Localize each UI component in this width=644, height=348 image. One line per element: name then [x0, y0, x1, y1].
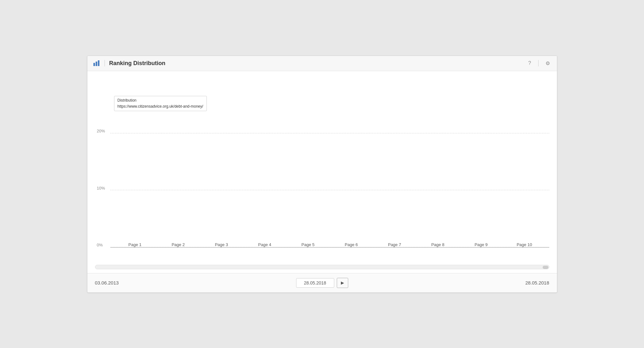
ranking-distribution-widget: Ranking Distribution ? ⚙ Distribution ht…: [87, 56, 557, 293]
chart-inner: 20%10%0%Page 1Page 2Page 3Page 4Page 5Pa…: [110, 76, 549, 248]
y-axis-label: 0%: [97, 243, 103, 247]
header-divider-2: [538, 60, 539, 66]
y-axis-label: 10%: [97, 185, 105, 190]
widget-header: Ranking Distribution ? ⚙: [87, 56, 557, 71]
x-axis-label: Page 2: [172, 242, 185, 247]
bar-chart-icon: [93, 60, 100, 67]
x-axis-label: Page 5: [302, 242, 315, 247]
x-axis-label: Page 10: [517, 242, 532, 247]
x-axis-label: Page 3: [215, 242, 228, 247]
start-date: 03.06.2013: [95, 280, 119, 285]
grid-line: 0%: [110, 247, 549, 247]
bar-group: Page 1: [113, 240, 157, 247]
bar-group: Page 2: [157, 240, 200, 247]
chart-area: Distribution https://www.citizensadvice.…: [95, 76, 549, 260]
page-title: Ranking Distribution: [109, 60, 166, 67]
scrollbar-area: [87, 260, 557, 273]
bar-group: Page 3: [200, 240, 243, 247]
bars-container: Page 1Page 2Page 3Page 4Page 5Page 6Page…: [110, 76, 549, 247]
current-date-input[interactable]: [296, 278, 334, 288]
x-axis-label: Page 8: [431, 242, 444, 247]
bar-group: Page 7: [373, 240, 416, 247]
bar-group: Page 10: [503, 240, 546, 247]
x-axis-label: Page 9: [475, 242, 488, 247]
footer-center: ▶: [296, 278, 348, 288]
svg-rect-0: [93, 63, 95, 66]
header-left: Ranking Distribution: [93, 60, 166, 67]
header-divider: [105, 60, 105, 66]
header-right: ? ⚙: [527, 60, 551, 67]
scrollbar-track[interactable]: [95, 265, 549, 269]
bar-group: Page 6: [330, 240, 373, 247]
bar-group: Page 8: [416, 240, 459, 247]
x-axis-label: Page 7: [388, 242, 401, 247]
scrollbar-thumb[interactable]: [543, 266, 548, 269]
help-button[interactable]: ?: [527, 60, 532, 67]
svg-rect-2: [98, 60, 99, 66]
play-button[interactable]: ▶: [337, 278, 348, 288]
settings-button[interactable]: ⚙: [544, 60, 551, 67]
x-axis-label: Page 6: [345, 242, 358, 247]
bar-group: Page 9: [459, 240, 503, 247]
bar-group: Page 4: [243, 240, 286, 247]
chart-body: Distribution https://www.citizensadvice.…: [87, 71, 557, 260]
x-axis-label: Page 4: [258, 242, 271, 247]
y-axis-label: 20%: [97, 129, 105, 133]
widget-footer: 03.06.2013 ▶ 28.05.2018: [87, 273, 557, 292]
end-date: 28.05.2018: [525, 280, 549, 285]
bar-group: Page 5: [286, 240, 329, 247]
x-axis-label: Page 1: [128, 242, 141, 247]
svg-rect-1: [96, 62, 97, 66]
